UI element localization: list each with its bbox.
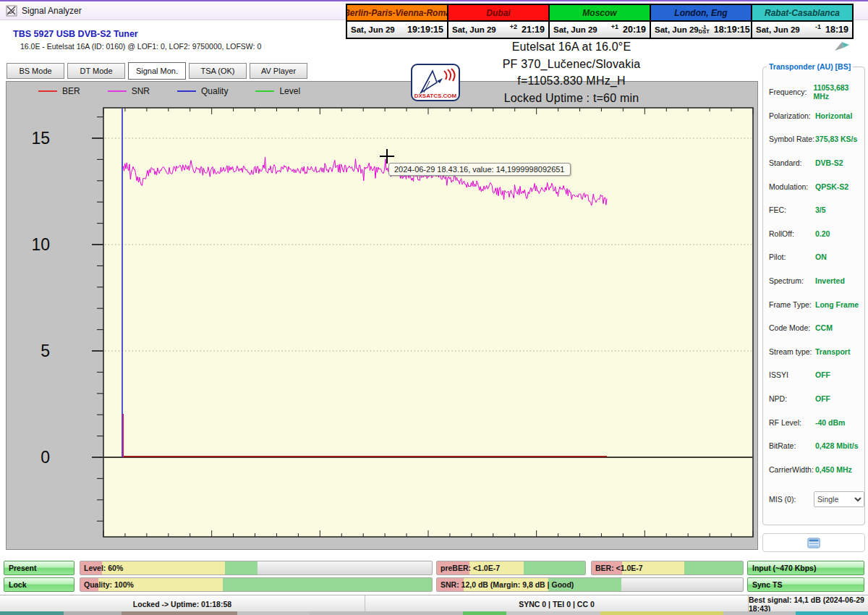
transponder-panel-title: Transponder (AU) [BS] (767, 62, 853, 71)
transponder-row: Pilot:ON (769, 245, 864, 269)
transponder-field-label: Frequency: (769, 88, 813, 96)
mis-label: MIS (0): (769, 495, 814, 504)
clock-time-row: Sat, Jun 2919:19:15 (347, 22, 447, 38)
sliver-block (506, 611, 600, 615)
status-button-present: Present (4, 561, 75, 575)
legend-item-snr: SNR (108, 86, 150, 96)
transponder-field-value: Transport (815, 347, 850, 356)
sliver-block (723, 611, 796, 615)
transponder-panel: Transponder (AU) [BS] Frequency:11053,68… (762, 67, 865, 525)
desktop-artifact-icon (832, 38, 852, 52)
bar-label: preBER: <1.0E-7 (441, 561, 500, 574)
tab-signal-mon-[interactable]: Signal Mon. (128, 62, 186, 80)
clock-utc-offset: +1 (611, 23, 618, 30)
statusbar-best-signal: Best signal: 14,1 dB (2024-06-29 18:43) (749, 595, 868, 612)
legend-swatch (177, 90, 196, 92)
logo-text: DXSATCS.COM (414, 93, 457, 99)
clock-date: Sat, Jun 29 (655, 25, 699, 34)
transponder-row: CarrierWidth:0,450 MHz (769, 458, 864, 482)
legend-swatch (38, 90, 57, 92)
transponder-row: RollOff:0.20 (769, 222, 864, 246)
clock-time-row: Sat, Jun 29+120:19 (550, 22, 650, 38)
svg-text:10: 10 (31, 235, 50, 254)
legend-item-level: Level (255, 86, 300, 96)
transponder-field-value: 0.20 (815, 229, 830, 238)
crosshair-cursor (380, 149, 394, 164)
transponder-row: BitRate:0,428 Mbit/s (769, 434, 864, 458)
clock-time-row: Sat, Jun 29-1DST18:19:15 (651, 22, 751, 38)
tab-av-player[interactable]: AV Player (250, 63, 307, 79)
transponder-row: Standard:DVB-S2 (769, 151, 864, 175)
status-bar-snr: SNR: 12,0 dB (Margin: 9,8 dB | Good) (436, 577, 744, 592)
transponder-row: NPD:OFF (769, 387, 864, 411)
transponder-field-value: 375,83 KS/s (815, 135, 857, 143)
clock-time: 18:19 (825, 25, 848, 35)
tab-bs-mode[interactable]: BS Mode (7, 63, 64, 79)
world-clocks: Berlin-Paris-Vienna-RomaSat, Jun 2919:19… (346, 4, 854, 39)
bar-label: Level: 60% (84, 561, 123, 574)
clock-utc-offset: +2 (510, 23, 517, 30)
clock-berlin-paris-vienna-roma: Berlin-Paris-Vienna-RomaSat, Jun 2919:19… (346, 4, 448, 39)
bar-label: BER: <1.0E-7 (595, 561, 643, 574)
transponder-field-label: Pilot: (769, 253, 815, 261)
dxsatcs-logo: DXSATCS.COM (411, 64, 460, 101)
transponder-row: Polarization:Horizontal (769, 104, 864, 128)
sliver-block (463, 611, 506, 615)
transponder-field-label: Frame Type: (769, 300, 815, 309)
transponder-field-label: Standard: (769, 158, 815, 167)
transponder-field-value: -40 dBm (815, 418, 845, 427)
status-button-sync-ts: Sync TS (747, 577, 864, 592)
legend-item-ber: BER (38, 86, 80, 96)
transponder-field-value: 0,428 Mbit/s (815, 441, 859, 450)
save-log-button[interactable] (762, 533, 865, 552)
tuner-info: TBS 5927 USB DVB-S2 Tuner 16.0E - Eutels… (13, 29, 261, 51)
satellite-dish-icon (6, 5, 17, 17)
clock-city-label: Dubai (448, 5, 548, 22)
sliver-block (0, 611, 64, 615)
tab-dt-mode[interactable]: DT Mode (67, 63, 125, 79)
transponder-field-value: QPSK-S2 (815, 182, 848, 191)
clock-time-row: Sat, Jun 29-118:19 (752, 22, 852, 38)
transponder-field-value: Horizontal (815, 111, 852, 120)
transponder-field-label: Polarization: (769, 111, 815, 120)
transponder-field-value: ON (815, 253, 827, 261)
transponder-field-value: Long Frame (815, 300, 859, 309)
transponder-field-label: RollOff: (769, 229, 815, 238)
clock-time: 21:19 (522, 25, 545, 35)
transponder-row: RF Level:-40 dBm (769, 410, 864, 434)
clock-date: Sat, Jun 29 (756, 25, 800, 34)
clock-time: 18:19:15 (714, 25, 750, 35)
mis-select[interactable]: Single (814, 491, 864, 507)
transponder-row: Frame Type:Long Frame (769, 292, 864, 316)
svg-text:0: 0 (41, 448, 50, 467)
transponder-field-value: 11053,683 MHz (813, 83, 864, 101)
svg-text:15: 15 (31, 129, 50, 148)
transponder-field-label: Spectrum: (769, 276, 815, 285)
sliver-block (600, 611, 723, 615)
status-button-input: Input (~470 Kbps) (747, 561, 864, 575)
status-bar-preber: preBER: <1.0E-7 (436, 561, 586, 575)
transponder-field-label: Symbol Rate: (769, 135, 815, 143)
background-window-sliver (0, 611, 868, 615)
transponder-row: Stream type:Transport (769, 340, 864, 364)
transponder-field-label: BitRate: (769, 441, 815, 450)
clock-dst-offset: -1DST (699, 25, 710, 35)
transponder-field-label: FEC: (769, 205, 815, 214)
transponder-row: Code Mode:CCM (769, 316, 864, 340)
transponder-row: Frequency:11053,683 MHz (769, 80, 864, 104)
sliver-block (237, 611, 310, 615)
legend-label: Quality (201, 86, 228, 96)
window-title: Signal Analyzer (22, 6, 82, 16)
overlay-frequency: f=11053.830 MHz_H (445, 72, 698, 90)
clock-date: Sat, Jun 29 (553, 25, 597, 34)
transponder-field-label: NPD: (769, 394, 815, 403)
clock-city-label: Berlin-Paris-Vienna-Roma (347, 5, 447, 22)
clock-utc-offset: -1 (815, 23, 821, 30)
transponder-field-value: Inverted (815, 276, 845, 285)
tuner-name: TBS 5927 USB DVB-S2 Tuner (13, 29, 261, 39)
bar-label: SNR: 12,0 dB (Margin: 9,8 dB | Good) (441, 578, 574, 591)
transponder-rows: Frequency:11053,683 MHzPolarization:Hori… (763, 67, 864, 481)
satellite-overlay-text: Eutelsat 16A at 16.0°E PF 370_Lučenec/Sl… (445, 38, 698, 106)
clock-dubai: DubaiSat, Jun 29+221:19 (447, 4, 550, 39)
tab-tsa-ok-[interactable]: TSA (OK) (189, 63, 247, 79)
